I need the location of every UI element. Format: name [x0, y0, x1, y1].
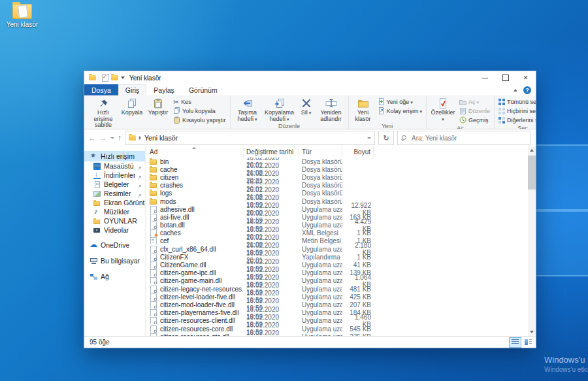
new-folder-shortcut-icon[interactable]	[111, 75, 118, 80]
sidebar-root-item[interactable]: Bu bilgisayar	[84, 256, 145, 266]
file-row[interactable]: citizen 16.02.2020 20:21 Dosya klasörü	[146, 173, 528, 181]
sidebar-item[interactable]: Müzikler	[84, 207, 145, 216]
invert-selection-button[interactable]: Diğerlerini seç	[497, 116, 536, 125]
file-size: 1 KB	[342, 254, 374, 261]
new-item-button[interactable]: Yeni öğe	[376, 97, 424, 107]
back-icon[interactable]: ←	[88, 134, 96, 142]
close-button[interactable]: ✕	[515, 71, 536, 84]
sidebar-item[interactable]: Masaüstü	[84, 161, 145, 171]
help-icon[interactable]: ?	[523, 86, 531, 94]
file-row[interactable]: citizen-game-ipc.dll 16.02.2020 19:59 Uy…	[146, 269, 528, 277]
scroll-up-icon[interactable]	[528, 146, 536, 154]
customize-qat-chevron-icon[interactable]	[121, 76, 125, 79]
file-row[interactable]: botan.dll 16.02.2020 19:59 Uygulama uzan…	[146, 222, 528, 229]
file-row[interactable]: CitizenGame.dll 16.02.2020 19:59 Uygulam…	[146, 261, 528, 269]
file-rows: bin 16.02.2020 20:01 Dosya klasörü cache	[146, 157, 528, 336]
properties-button[interactable]: Özellikler	[429, 97, 457, 123]
file-row[interactable]: citizen-mod-loader-five.dll 16.02.2020 1…	[146, 301, 528, 308]
file-row[interactable]: CitizenFX 16.02.2020 20:01 Yapılandırma …	[146, 253, 528, 261]
ribbon-tab[interactable]: Görünüm	[182, 84, 225, 95]
sidebar-item[interactable]: Belgeler	[84, 180, 145, 189]
file-type: Dosya klasörü	[299, 198, 342, 205]
file-row[interactable]: citizen-legacy-net-resources.dll 16.02.2…	[146, 285, 528, 293]
address-box[interactable]: Yeni klasör	[125, 131, 375, 145]
ribbon-tab[interactable]: Giriş	[118, 84, 147, 95]
file-row[interactable]: citizen-resources-core.dll 16.02.2020 19…	[146, 325, 528, 333]
address-dropdown-icon[interactable]	[367, 137, 371, 139]
thumbnails-view-button[interactable]	[523, 338, 534, 347]
copy-to-button[interactable]: Kopyalama hedefi	[263, 97, 297, 123]
file-type: Uygulama uzantısı	[299, 309, 342, 316]
vertical-scrollbar[interactable]	[528, 146, 536, 336]
file-type-icon	[150, 261, 157, 269]
sidebar-root-item[interactable]: OneDrive	[84, 240, 145, 250]
rename-button[interactable]: Yeniden adlandır	[316, 97, 346, 123]
scrollbar-thumb[interactable]	[528, 156, 536, 190]
forward-icon[interactable]: →	[99, 134, 107, 142]
sidebar-item[interactable]: İndirilenler	[84, 171, 145, 180]
select-none-button[interactable]: Hiçbirini seçme	[497, 107, 536, 116]
new-folder-button[interactable]: Yeni klasör	[351, 97, 376, 123]
file-row[interactable]: asi-five.dll 16.02.2020 19:59 Uygulama u…	[146, 213, 528, 221]
new-item-icon	[378, 98, 385, 107]
select-all-button[interactable]: Tümünü seç	[497, 97, 536, 107]
file-date: 16.02.2020 19:59	[244, 329, 299, 336]
column-header-date[interactable]: Değiştirme tarihi	[244, 146, 299, 157]
details-view-button[interactable]	[510, 338, 521, 347]
file-row[interactable]: caches 16.02.2020 20:01 XML Belgesi 1 KB	[146, 229, 528, 237]
file-row[interactable]: citizen-resources-client.dll 16.02.2020 …	[146, 317, 528, 325]
file-row[interactable]: adhesive.dll 16.02.2020 20:00 Uygulama u…	[146, 205, 528, 213]
file-row[interactable]: citizen-game-main.dll 16.02.2020 19:59 U…	[146, 277, 528, 285]
sidebar-item[interactable]: Resimler	[84, 189, 145, 198]
refresh-button[interactable]: ↻	[378, 131, 394, 145]
file-row[interactable]: cache 16.02.2020 21:08 Dosya klasörü	[146, 165, 528, 173]
easy-access-button[interactable]: Kolay erişim	[376, 107, 424, 116]
pin-to-quick-access-button[interactable]: Hızlı erişime sabitle	[88, 97, 119, 129]
select-none-icon	[498, 108, 505, 114]
up-icon[interactable]: ↑	[118, 134, 122, 142]
sidebar-item[interactable]: Ekran Görüntüleri	[84, 198, 145, 207]
move-to-button[interactable]: Taşıma hedefi	[233, 97, 263, 123]
breadcrumb-chevron-icon[interactable]	[139, 136, 141, 140]
scroll-down-icon[interactable]	[528, 328, 536, 336]
paste-shortcut-button[interactable]: Kısayolu yapıştır	[171, 116, 228, 125]
collapse-ribbon-icon[interactable]	[514, 89, 517, 91]
sidebar-item-quick-access[interactable]: Hızlı erişim	[84, 151, 145, 161]
file-row[interactable]: cfx_curl_x86_64.dll 16.02.2020 19:59 Uyg…	[146, 245, 528, 253]
properties-shortcut-icon[interactable]	[102, 74, 108, 82]
file-name: bin	[160, 158, 169, 165]
file-row[interactable]: cef 16.02.2020 21:08 Metin Belgesi 1 KB	[146, 237, 528, 245]
desktop-icon-yeni-klasor[interactable]: Yeni klasör	[4, 4, 41, 28]
copy-path-button[interactable]: Yolu kopyala	[171, 107, 228, 116]
search-input[interactable]	[410, 134, 527, 142]
file-row[interactable]: bin 16.02.2020 20:01 Dosya klasörü	[146, 157, 528, 165]
maximize-button[interactable]	[495, 71, 515, 84]
file-type-icon	[150, 246, 157, 253]
column-header-type[interactable]: Tür	[299, 146, 342, 157]
file-type: Dosya klasörü	[299, 190, 342, 197]
column-header-name[interactable]: Ad	[146, 146, 244, 157]
ribbon-tab[interactable]: Paylaş	[146, 84, 182, 95]
breadcrumb[interactable]: Yeni klasör	[144, 134, 178, 142]
paste-button[interactable]: Yapıştır	[145, 97, 171, 117]
file-type: Uygulama uzantısı	[299, 222, 342, 229]
file-row[interactable]: crashes 16.02.2020 20:01 Dosya klasörü	[146, 182, 528, 190]
delete-button[interactable]: Sil	[297, 97, 316, 117]
file-row[interactable]: mods 16.02.2020 19:59 Dosya klasörü	[146, 197, 528, 205]
copy-button[interactable]: Kopyala	[119, 97, 145, 117]
history-button[interactable]: Geçmiş	[457, 116, 492, 125]
sidebar-item[interactable]: OYUNLAR	[84, 216, 145, 225]
sidebar-item[interactable]: Videolar	[84, 225, 145, 235]
file-row[interactable]: logs 16.02.2020 21:08 Dosya klasörü	[146, 190, 528, 197]
ribbon-tab[interactable]: Dosya	[84, 84, 118, 95]
cut-button[interactable]: ✂ Kes	[171, 97, 228, 107]
sidebar-root-item[interactable]: Ağ	[84, 271, 145, 282]
recent-locations-chevron-icon[interactable]	[110, 137, 114, 139]
file-name: botan.dll	[160, 222, 185, 229]
minimize-button[interactable]	[475, 71, 495, 84]
column-header-size[interactable]: Boyut	[342, 146, 374, 157]
scrollbar-track[interactable]	[528, 154, 536, 328]
file-row[interactable]: citizen-playernames-five.dll 16.02.2020 …	[146, 309, 528, 317]
file-type-icon	[150, 182, 157, 189]
file-row[interactable]: citizen-level-loader-five.dll 16.02.2020…	[146, 293, 528, 301]
